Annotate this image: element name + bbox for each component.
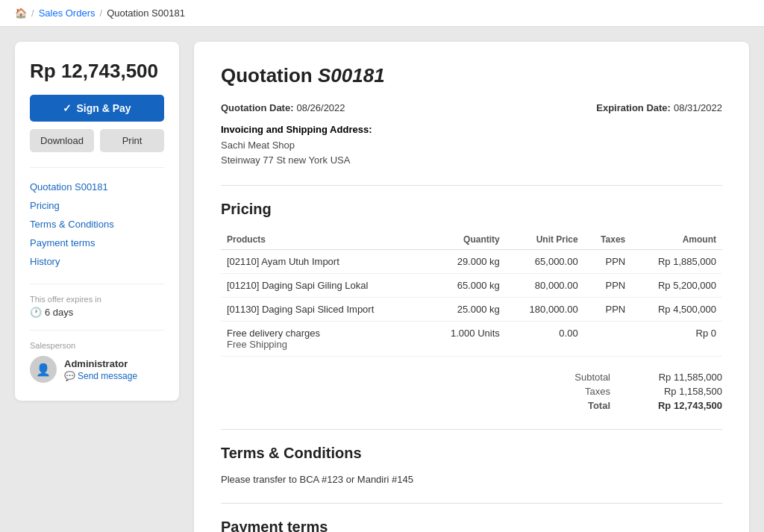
quotation-date-label: Quotation Date: (221, 102, 294, 113)
taxes-label: Taxes (551, 386, 610, 397)
action-buttons: Download Print (30, 129, 164, 152)
salesperson-label: Salesperson (30, 341, 164, 350)
meta-row: Quotation Date: 08/26/2022 Expiration Da… (221, 102, 722, 113)
quotation-title-prefix: Quotation (221, 64, 318, 87)
clock-icon: 🕐 (30, 307, 42, 318)
total-row: Total Rp 12,743,500 (551, 400, 722, 411)
taxes-value: Rp 1,158,500 (640, 386, 722, 397)
total-label: Total (551, 400, 610, 411)
pricing-table: Products Quantity Unit Price Taxes Amoun… (221, 230, 722, 357)
message-icon: 💬 (64, 371, 75, 381)
subtotal-value: Rp 11,585,000 (640, 372, 722, 383)
subtotal-label: Subtotal (551, 372, 610, 383)
main-panel: Quotation S00181 Quotation Date: 08/26/2… (194, 42, 749, 532)
table-row: [01130] Daging Sapi Sliced Import25.000 … (221, 298, 722, 322)
salesperson-section: Salesperson 👤 Administrator 💬 Send messa… (30, 330, 164, 383)
quantity-cell: 1.000 Units (427, 322, 506, 357)
quantity-cell: 25.000 kg (427, 298, 506, 322)
breadcrumb-sep-2: / (100, 7, 103, 19)
taxes-cell: PPN (584, 250, 632, 274)
table-row: Free delivery chargesFree Shipping1.000 … (221, 322, 722, 357)
sidebar: Rp 12,743,500 ✓ Sign & Pay Download Prin… (15, 42, 179, 401)
terms-title: Terms & Conditions (221, 445, 722, 462)
taxes-cell: PPN (584, 298, 632, 322)
table-row: [02110] Ayam Utuh Import29.000 kg65,000.… (221, 250, 722, 274)
quantity-cell: 29.000 kg (427, 250, 506, 274)
amount-cell: Rp 5,200,000 (631, 274, 722, 298)
salesperson-info: 👤 Administrator 💬 Send message (30, 356, 164, 383)
sign-pay-label: Sign & Pay (76, 102, 131, 114)
salesperson-name: Administrator (64, 358, 137, 369)
amount-cell: Rp 1,885,000 (631, 250, 722, 274)
offer-expires: This offer expires in 🕐 6 days (30, 284, 164, 318)
sign-pay-button[interactable]: ✓ Sign & Pay (30, 95, 164, 122)
avatar: 👤 (30, 356, 57, 383)
taxes-cell (584, 322, 632, 357)
send-message-text: Send message (78, 371, 137, 381)
totals-section: Subtotal Rp 11,585,000 Taxes Rp 1,158,50… (221, 372, 722, 411)
table-row: [01210] Daging Sapi Giling Lokal65.000 k… (221, 274, 722, 298)
breadcrumb-sales-orders[interactable]: Sales Orders (39, 7, 96, 19)
sidebar-item-payment[interactable]: Payment terms (30, 236, 164, 250)
offer-expires-label: This offer expires in (30, 295, 164, 304)
sidebar-item-quotation[interactable]: Quotation S00181 (30, 180, 164, 194)
product-cell: [01210] Daging Sapi Giling Lokal (221, 274, 427, 298)
total-amount: Rp 12,743,500 (30, 60, 164, 83)
address-line2: Steinway 77 St new York USA (221, 153, 722, 168)
unit-price-cell: 0.00 (506, 322, 584, 357)
sidebar-nav: Quotation S00181 Pricing Terms & Conditi… (30, 167, 164, 269)
download-button[interactable]: Download (30, 129, 94, 152)
col-header-products: Products (221, 230, 427, 250)
terms-text: Please transfer to BCA #123 or Mandiri #… (221, 474, 722, 485)
unit-price-cell: 80,000.00 (506, 274, 584, 298)
checkmark-icon: ✓ (63, 102, 72, 114)
avatar-icon: 👤 (36, 363, 51, 377)
total-value: Rp 12,743,500 (640, 400, 722, 411)
breadcrumb-current: Quotation S00181 (107, 7, 185, 19)
breadcrumb-sep-1: / (31, 7, 34, 19)
quantity-cell: 65.000 kg (427, 274, 506, 298)
address-block: Invoicing and Shipping Address: Sachi Me… (221, 124, 722, 167)
quotation-date-value: 08/26/2022 (297, 102, 345, 113)
product-cell: [01130] Daging Sapi Sliced Import (221, 298, 427, 322)
expiration-date-item: Expiration Date: 08/31/2022 (596, 102, 722, 113)
address-line1: Sachi Meat Shop (221, 138, 722, 153)
address-label: Invoicing and Shipping Address: (221, 124, 722, 135)
home-icon[interactable]: 🏠 (15, 7, 27, 19)
unit-price-cell: 180,000.00 (506, 298, 584, 322)
col-header-taxes: Taxes (584, 230, 632, 250)
taxes-row: Taxes Rp 1,158,500 (551, 386, 722, 397)
send-message-link[interactable]: 💬 Send message (64, 371, 137, 381)
pricing-title: Pricing (221, 201, 722, 218)
amount-cell: Rp 4,500,000 (631, 298, 722, 322)
breadcrumb: 🏠 / Sales Orders / Quotation S00181 (0, 0, 764, 27)
col-header-amount: Amount (631, 230, 722, 250)
sidebar-item-pricing[interactable]: Pricing (30, 198, 164, 213)
product-cell: [02110] Ayam Utuh Import (221, 250, 427, 274)
sidebar-item-history[interactable]: History (30, 254, 164, 269)
col-header-unit-price: Unit Price (506, 230, 584, 250)
offer-days: 🕐 6 days (30, 307, 164, 318)
quotation-title: Quotation S00181 (221, 64, 722, 87)
print-button[interactable]: Print (100, 129, 164, 152)
expiration-date-label: Expiration Date: (596, 102, 671, 113)
amount-cell: Rp 0 (631, 322, 722, 357)
subtotal-row: Subtotal Rp 11,585,000 (551, 372, 722, 383)
col-header-quantity: Quantity (427, 230, 506, 250)
sidebar-item-terms[interactable]: Terms & Conditions (30, 217, 164, 231)
quotation-date-item: Quotation Date: 08/26/2022 (221, 102, 345, 113)
taxes-cell: PPN (584, 274, 632, 298)
unit-price-cell: 65,000.00 (506, 250, 584, 274)
days-value: 6 days (45, 307, 73, 318)
product-cell: Free delivery chargesFree Shipping (221, 322, 427, 357)
payment-title: Payment terms (221, 519, 722, 532)
expiration-date-value: 08/31/2022 (674, 102, 722, 113)
quotation-title-number: S00181 (318, 64, 385, 87)
